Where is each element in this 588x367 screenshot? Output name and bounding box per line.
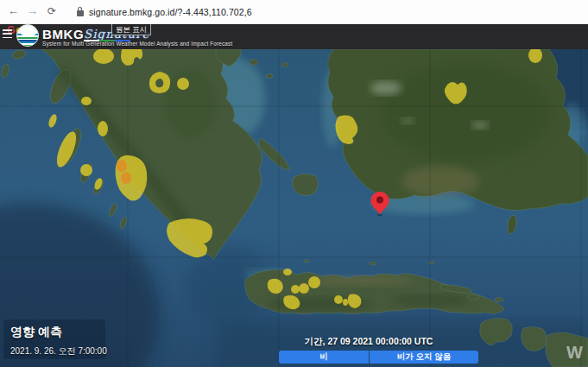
address-bar[interactable]: signature.bmkg.go.id/?-4.443,110.702,6 xyxy=(89,7,252,17)
impact-area xyxy=(308,276,320,288)
app-header: Go BMKG Signature System for Multi Gener… xyxy=(0,24,588,49)
impact-area xyxy=(299,283,309,294)
impact-area xyxy=(80,164,92,176)
browser-toolbar: ← → ⟳ signature.bmkg.go.id/?-4.443,110.7… xyxy=(0,0,588,24)
https-lock-icon xyxy=(77,10,84,16)
impact-area xyxy=(283,269,292,275)
impact-area-severe xyxy=(117,160,127,172)
rain-toggle: 비 비가 오지 않음 xyxy=(279,351,478,364)
browser-back-button[interactable]: ← xyxy=(8,5,19,17)
impact-area xyxy=(334,295,343,304)
impact-area-severe xyxy=(121,172,131,184)
impact-area xyxy=(343,299,348,306)
impact-forecast-title: 영향 예측 xyxy=(10,325,98,340)
no-rain-button[interactable]: 비가 오지 않음 xyxy=(370,351,478,364)
browser-forward-button[interactable]: → xyxy=(27,5,38,17)
header-subtitle: System for Multi Generation Weather Mode… xyxy=(42,41,232,47)
translate-show-original-button[interactable]: 원본 표시 xyxy=(111,23,151,35)
impact-forecast-datetime: 2021. 9. 26. 오전 7:00:00 xyxy=(10,345,98,358)
impact-area xyxy=(177,78,189,90)
impact-forecast-panel: 영향 예측 2021. 9. 26. 오전 7:00:00 xyxy=(3,320,105,359)
browser-refresh-button[interactable]: ⟳ xyxy=(47,5,56,17)
period-label: 기간, 27 09 2021 00:00:00 UTC xyxy=(155,336,582,348)
brand-title: BMKG xyxy=(42,27,84,41)
rain-button[interactable]: 비 xyxy=(279,351,369,364)
menu-icon[interactable] xyxy=(3,29,12,40)
impact-area xyxy=(291,285,300,294)
impact-area xyxy=(81,97,92,105)
impact-area xyxy=(98,121,108,136)
bmkg-logo-icon xyxy=(16,24,39,47)
